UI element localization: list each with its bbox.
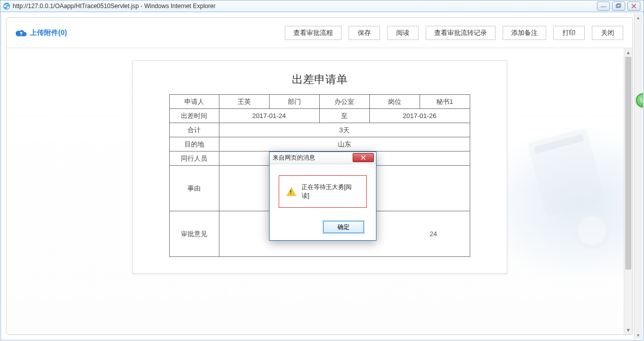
scroll-up-arrow-icon[interactable]: ▲ <box>624 48 632 57</box>
value-destination: 山东 <box>219 137 470 151</box>
page-scrollbar[interactable]: ▲ ▼ <box>624 48 632 334</box>
label-total: 合计 <box>169 123 219 137</box>
svg-point-5 <box>573 211 611 250</box>
table-row: 目的地 山东 <box>169 137 470 151</box>
alert-ok-button[interactable]: 确定 <box>323 221 364 233</box>
alert-message-text: 正在等待王大勇[阅读] <box>301 183 359 200</box>
scroll-down-arrow-icon[interactable]: ▾ <box>634 331 642 339</box>
scroll-thumb[interactable] <box>625 57 631 270</box>
scroll-track[interactable] <box>634 21 642 331</box>
alert-dialog-title: 来自网页的消息 <box>273 154 315 162</box>
svg-rect-2 <box>617 4 621 7</box>
value-applicant: 王英 <box>219 95 269 109</box>
warning-icon <box>286 187 296 196</box>
value-total: 3天 <box>219 123 470 137</box>
value-end-date: 2017-01-26 <box>369 109 470 123</box>
label-post: 岗位 <box>369 95 420 109</box>
label-destination: 目的地 <box>169 137 219 151</box>
close-button[interactable]: 关闭 <box>592 26 623 40</box>
view-transfer-record-button[interactable]: 查看审批流转记录 <box>426 26 496 40</box>
label-opinion: 审批意见 <box>169 211 219 257</box>
svg-rect-4 <box>534 134 584 154</box>
read-button[interactable]: 阅读 <box>387 26 419 40</box>
form-title: 出差申请单 <box>148 72 491 87</box>
label-to: 至 <box>319 109 369 123</box>
save-button[interactable]: 保存 <box>349 26 380 40</box>
upload-attachment-link[interactable]: 上传附件(0) <box>16 28 67 37</box>
alert-dialog-close-button[interactable] <box>353 153 374 162</box>
ie-icon <box>3 2 11 10</box>
window-restore-button[interactable] <box>612 2 625 11</box>
svg-rect-1 <box>616 5 620 8</box>
close-icon <box>360 155 367 160</box>
print-button[interactable]: 打印 <box>553 26 585 40</box>
value-post: 秘书1 <box>420 95 470 109</box>
table-row: 出差时间 2017-01-24 至 2017-01-26 <box>169 109 470 123</box>
scroll-up-arrow-icon[interactable]: ▴ <box>634 13 642 21</box>
add-note-button[interactable]: 添加备注 <box>503 26 546 40</box>
svg-rect-3 <box>527 128 606 217</box>
alert-dialog-titlebar: 来自网页的消息 <box>270 152 376 164</box>
browser-scrollbar[interactable]: ▴ ▾ <box>634 13 642 339</box>
value-dept: 办公室 <box>319 95 369 109</box>
table-row: 合计 3天 <box>169 123 470 137</box>
label-trip-time: 出差时间 <box>169 109 219 123</box>
alert-dialog-body: 正在等待王大勇[阅读] 确定 <box>270 164 376 240</box>
scroll-down-arrow-icon[interactable]: ▼ <box>624 326 632 334</box>
alert-message-box: 正在等待王大勇[阅读] <box>279 175 367 208</box>
label-applicant: 申请人 <box>169 95 219 109</box>
browser-title: http://127.0.0.1/OAapp/HtTrace0510Servle… <box>13 3 215 10</box>
table-row: 申请人 王英 部门 办公室 岗位 秘书1 <box>169 95 470 109</box>
svg-point-6 <box>578 216 606 245</box>
cloud-upload-icon <box>16 29 27 37</box>
browser-titlebar: http://127.0.0.1/OAapp/HtTrace0510Servle… <box>0 0 644 12</box>
label-dept: 部门 <box>269 95 319 109</box>
label-companion: 同行人员 <box>169 151 219 166</box>
browser-viewport: 上传附件(0) 查看审批流程 保存 阅读 查看审批流转记录 添加备注 打印 关闭… <box>1 12 643 340</box>
window-close-button[interactable] <box>627 2 640 11</box>
label-reason: 事由 <box>169 166 219 211</box>
page-toolbar: 上传附件(0) 查看审批流程 保存 阅读 查看审批流转记录 添加备注 打印 关闭 <box>7 18 632 48</box>
background-illustration <box>516 124 617 256</box>
view-approval-flow-button[interactable]: 查看审批流程 <box>285 26 342 40</box>
value-start-date: 2017-01-24 <box>219 109 319 123</box>
window-minimize-button[interactable]: — <box>597 2 610 11</box>
upload-attachment-label: 上传附件(0) <box>30 28 67 37</box>
alert-dialog: 来自网页的消息 正在等待王大勇[阅读] 确定 <box>269 151 376 241</box>
